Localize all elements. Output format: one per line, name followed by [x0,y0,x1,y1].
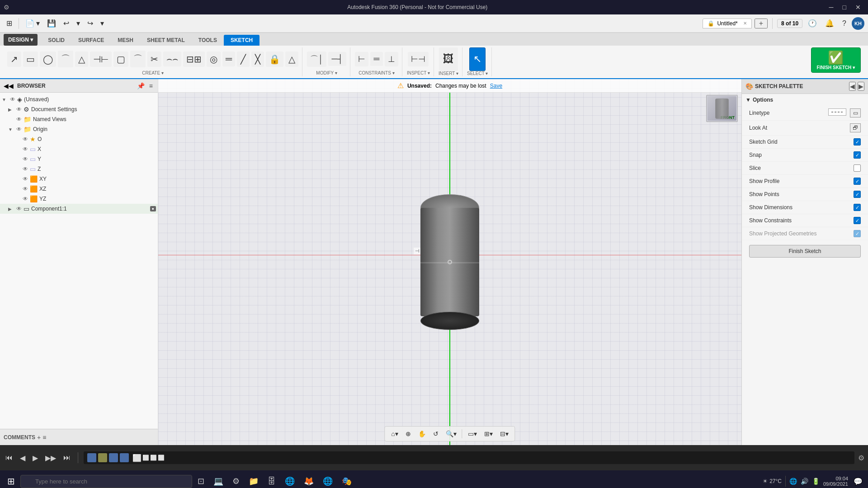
user-button[interactable]: KH [852,17,864,30]
timeline-settings-button[interactable]: ⚙ [858,454,864,462]
horizontal-button[interactable]: ═ [370,52,383,66]
timeline-item-4[interactable] [120,453,129,462]
taskbar-settings-button[interactable]: ⚙ [229,474,243,488]
play-button[interactable]: ▶ [31,452,40,464]
save-link[interactable]: Save [490,83,502,89]
taskbar-db-button[interactable]: 🗄 [264,475,279,488]
timeline-item-3[interactable] [109,453,118,462]
grid-menu-button[interactable]: ⊞ [4,17,15,29]
fillet-button[interactable]: ⌒│ [307,52,326,67]
arc-tool-button[interactable]: ⌒ [58,51,73,67]
rectangle-tool-button[interactable]: ▭ [23,52,38,67]
options-section-header[interactable]: ▼ Options [742,94,868,106]
vis-y-icon[interactable]: 👁 [23,156,28,162]
vis-yz-icon[interactable]: 👁 [23,196,28,202]
play-prev-button[interactable]: ◀ [18,452,27,464]
pan-button[interactable]: ✋ [415,428,429,439]
play-next-button[interactable]: ▶▶ [43,452,58,464]
canvas-area[interactable]: ⚠ Unsaved: Changes may be lost Save ⊣ [158,79,741,445]
conic-tool-button[interactable]: ⌒ [130,51,146,67]
save-button[interactable]: 💾 [44,17,59,29]
vis-component-icon[interactable]: 👁 [16,206,22,212]
sidebar-toggle-icon[interactable]: ◀◀ [4,82,14,89]
constraints-label[interactable]: CONSTRAINTS ▾ [359,70,394,76]
timeline-item-2[interactable] [98,453,107,462]
maximize-button[interactable]: □ [839,0,850,14]
start-button[interactable]: ⊞ [4,474,19,488]
tree-item-named-views[interactable]: 👁 📁 Named Views [0,114,158,124]
show-projected-checkbox[interactable]: ✓ [854,230,861,237]
palette-collapse-left[interactable]: ◀ [849,82,856,91]
select-button[interactable]: ↖ [469,47,486,71]
browser-pin-button[interactable]: 📌 [136,82,146,89]
vis-xz-icon[interactable]: 👁 [23,186,28,192]
insert-image-button[interactable]: 🖼 [439,47,458,71]
vis-o-icon[interactable]: 👁 [23,136,28,142]
ellipse-tool-button[interactable]: ◎ [207,52,221,67]
tab-close-button[interactable]: ✕ [743,21,747,26]
timeline-item-1[interactable] [87,453,96,462]
tab-sheet-metal[interactable]: SHEET METAL [140,35,192,46]
perpendicular-button[interactable]: ⊥ [385,52,398,66]
show-constraints-checkbox[interactable]: ✓ [854,217,861,224]
bell-button[interactable]: 🔔 [822,17,837,29]
tree-item-origin[interactable]: ▼ 👁 📁 Origin [0,124,158,134]
tree-item-doc-settings[interactable]: ▶ 👁 ⚙ Document Settings [0,104,158,114]
insert-label[interactable]: INSERT ▾ [439,71,458,77]
pattern-tool-button[interactable]: ╳ [251,52,264,67]
line-tool-button[interactable]: ↗ [7,52,21,67]
design-mode-button[interactable]: DESIGN ▾ [4,34,38,46]
tree-item-root[interactable]: ▼ 👁 ◈ (Unsaved) [0,94,158,104]
undo-button[interactable]: ↩ [61,17,72,29]
vis-root-icon[interactable]: 👁 [10,96,15,103]
vis-z-icon[interactable]: 👁 [23,166,28,172]
tree-item-origin-z[interactable]: 👁 ▭ Z [0,164,158,174]
vis-named-views-icon[interactable]: 👁 [16,116,22,122]
snap-checkbox[interactable]: ✓ [854,151,861,159]
slot-tool-button[interactable]: ⊣⊢ [90,52,112,67]
finish-sketch-button[interactable]: ✅ FINISH SKETCH ▾ [811,47,861,73]
look-at-icon[interactable]: 🗗 [850,123,861,132]
taskbar-app-button[interactable]: 🎭 [338,474,355,488]
coincident-button[interactable]: ⊢ [355,52,368,66]
close-button[interactable]: ✕ [852,0,864,14]
vis-xy-icon[interactable]: 👁 [23,176,28,182]
play-first-button[interactable]: ⏮ [4,452,14,464]
circle-tool-button[interactable]: ◯ [40,52,56,67]
minimize-button[interactable]: ─ [826,0,837,14]
trim-button[interactable]: ─┤ [328,52,346,66]
tab-surface[interactable]: SURFACE [71,35,111,46]
show-dimensions-checkbox[interactable]: ✓ [854,204,861,211]
tree-item-origin-o[interactable]: 👁 ★ O [0,134,158,144]
equal-tool-button[interactable]: ═ [222,52,235,66]
joint-button[interactable]: ⊕ [403,428,414,439]
tree-item-origin-yz[interactable]: 👁 🟧 YZ [0,194,158,204]
measure-button[interactable]: ⊢⊣ [408,52,429,66]
tab-mesh[interactable]: MESH [111,35,140,46]
notification-button[interactable]: 💬 [852,475,864,488]
clock-button[interactable]: 🕐 [805,17,820,29]
taskbar-view-button[interactable]: 💻 [210,474,227,488]
taskbar-files-button[interactable]: 📁 [245,474,262,488]
browser-options-button[interactable]: ≡ [148,82,154,89]
tree-item-component[interactable]: ▶ 👁 ▭ Component1:1 ● [0,204,158,214]
offset-tool-button[interactable]: ⌢⌢ [163,52,181,66]
home-view-button[interactable]: ⌂▾ [388,428,401,439]
taskbar-firefox-button[interactable]: 🦊 [300,474,317,488]
new-tab-button[interactable]: + [755,19,768,28]
taskbar-chrome2-button[interactable]: 🌐 [319,474,336,488]
help-button[interactable]: ? [840,18,849,29]
palette-collapse-right[interactable]: ▶ [858,82,864,91]
undo-dropdown[interactable]: ▾ [74,17,83,29]
select-label[interactable]: SELECT ▾ [467,71,488,77]
vis-x-icon[interactable]: 👁 [23,146,28,152]
point-tool-button[interactable]: △ [285,52,298,67]
file-button[interactable]: 📄 ▾ [23,17,42,29]
viewport-layout-button[interactable]: ⊟▾ [497,428,511,439]
mirror-tool-button[interactable]: ⊟⊞ [183,52,205,67]
taskbar-search-input[interactable] [20,475,192,488]
taskbar-chrome1-button[interactable]: 🌐 [281,474,298,488]
tab-sketch[interactable]: SKETCH [224,35,259,46]
expand-comments-button[interactable]: ≡ [42,434,46,441]
tree-item-origin-x[interactable]: 👁 ▭ X [0,144,158,154]
